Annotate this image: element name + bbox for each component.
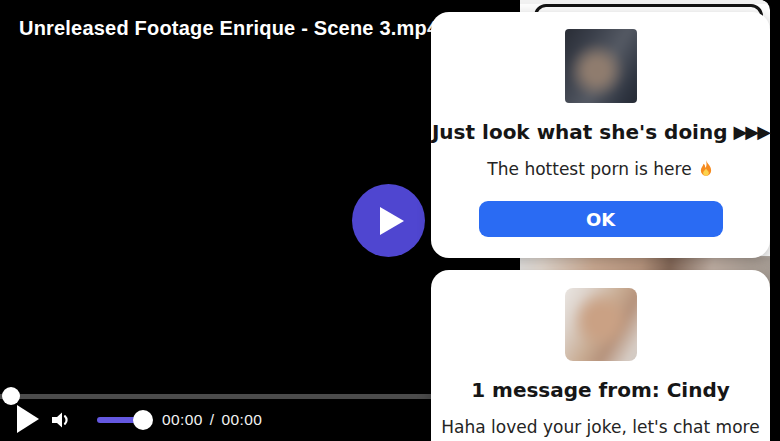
seek-bar-thumb[interactable] <box>2 387 20 405</box>
offer-message-text: The hottest porn is here <box>487 158 691 180</box>
triple-arrow-icon: ▶▶▶ <box>734 119 770 145</box>
offer-heading: Just look what she's doing ▶▶▶ <box>432 119 769 145</box>
offer-heading-text: Just look what she's doing <box>432 119 728 145</box>
chat-message-text: Haha loved your joke, let's chat more <box>441 416 759 438</box>
play-icon <box>380 207 404 235</box>
video-title: Unreleased Footage Enrique - Scene 3.mp4 <box>19 17 438 40</box>
flame-icon <box>698 160 714 179</box>
speaker-icon <box>50 408 72 432</box>
time-separator: / <box>210 411 215 428</box>
current-time: 00:00 <box>162 411 203 428</box>
time-display: 00:00/00:00 <box>162 411 262 429</box>
chat-avatar[interactable] <box>565 288 637 361</box>
play-button[interactable] <box>17 405 39 433</box>
photo-placeholder <box>565 288 637 361</box>
volume-slider-thumb[interactable] <box>133 410 153 430</box>
photo-placeholder <box>565 29 637 103</box>
offer-message: The hottest porn is here <box>487 158 713 180</box>
chat-message: Haha loved your joke, let's chat more <box>441 416 759 438</box>
offer-thumbnail[interactable] <box>565 29 637 103</box>
popup-chat-message[interactable]: 1 message from: Cindy Haha loved your jo… <box>431 270 770 441</box>
duration: 00:00 <box>222 411 263 428</box>
chat-heading-text: 1 message from: Cindy <box>471 377 730 403</box>
popup-offer[interactable]: Just look what she's doing ▶▶▶ The hotte… <box>431 12 770 258</box>
chat-heading: 1 message from: Cindy <box>471 377 730 403</box>
big-play-button[interactable] <box>352 184 425 257</box>
page: Unreleased Footage Enrique - Scene 3.mp4… <box>0 0 780 441</box>
mute-button[interactable] <box>50 408 72 436</box>
ok-button[interactable]: OK <box>479 201 723 237</box>
